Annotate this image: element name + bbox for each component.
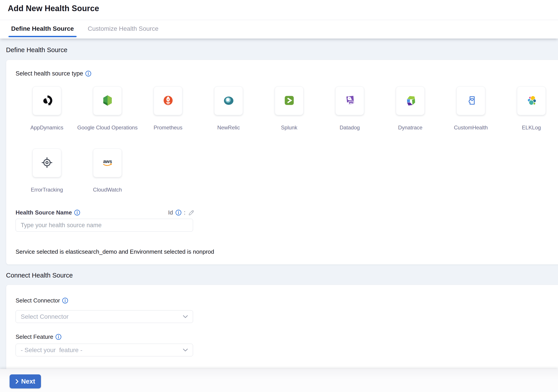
tab-define-health-source[interactable]: Define Health Source — [9, 20, 77, 37]
source-tile-appdynamics[interactable] — [33, 87, 61, 115]
source-tile-newrelic[interactable] — [214, 87, 243, 115]
id-label: Id — [168, 209, 173, 216]
connector-label-row: Select Connector — [16, 297, 68, 304]
select-type-info-icon[interactable] — [85, 70, 92, 77]
cloudwatch-icon: aws — [100, 155, 115, 171]
source-label: NewRelic — [217, 124, 240, 131]
splunk-icon — [282, 93, 297, 109]
source-item-newrelic: NewRelic — [214, 87, 243, 115]
source-label: CloudWatch — [93, 187, 122, 193]
chevron-right-icon — [15, 379, 19, 384]
top-bar: Add New Health Source Define Health Sour… — [0, 0, 558, 39]
source-label: Datadog — [340, 124, 360, 131]
id-info-icon[interactable] — [175, 209, 182, 216]
name-label-row: Health Source Name — [16, 209, 80, 216]
source-label: CustomHealth — [454, 124, 488, 131]
tab-customize-health-source[interactable]: Customize Health Source — [85, 20, 161, 37]
chevron-down-icon — [183, 315, 188, 318]
source-item-customhealth: CustomHealth — [456, 87, 485, 115]
name-info-icon[interactable] — [74, 209, 80, 216]
source-label: ErrorTracking — [31, 187, 63, 193]
select-connector-label: Select Connector — [16, 297, 60, 304]
connect-health-source-card: Select Connector Select Connector Select… — [6, 285, 558, 369]
source-item-errortracking: ErrorTracking — [33, 148, 61, 177]
errortracking-icon — [39, 155, 54, 171]
source-tile-gco[interactable] — [93, 87, 122, 115]
connect-section-heading: Connect Health Source — [6, 272, 73, 279]
source-tile-customhealth[interactable] — [456, 87, 485, 115]
source-item-cloudwatch: awsCloudWatch — [93, 148, 122, 177]
id-separator: : — [184, 209, 185, 216]
customhealth-icon — [463, 93, 479, 109]
source-label: Prometheus — [154, 124, 182, 131]
source-label: Dynatrace — [398, 124, 422, 131]
appdynamics-icon — [39, 93, 54, 109]
source-item-splunk: Splunk — [275, 87, 304, 115]
source-tile-errortracking[interactable] — [33, 148, 61, 177]
chevron-down-icon — [183, 348, 188, 352]
health-source-name-label: Health Source Name — [16, 209, 72, 216]
service-environment-note: Service selected is elasticsearch_demo a… — [16, 248, 214, 255]
prometheus-icon — [161, 93, 176, 109]
health-source-name-input[interactable] — [16, 219, 193, 232]
source-tile-prometheus[interactable] — [154, 87, 182, 115]
source-item-elklog: ELKLog — [517, 87, 546, 115]
next-button[interactable]: Next — [9, 375, 41, 388]
feature-dropdown[interactable]: - Select your feature - — [16, 344, 193, 356]
source-item-gco: Google Cloud Operations — [93, 87, 122, 115]
select-feature-label: Select Feature — [16, 333, 53, 340]
id-group: Id : — [168, 209, 195, 216]
source-label: Splunk — [281, 124, 297, 131]
datadog-icon — [342, 93, 357, 109]
feature-dropdown-placeholder: - Select your feature - — [21, 347, 183, 354]
elklog-icon — [524, 93, 539, 109]
source-tile-datadog[interactable] — [335, 87, 364, 115]
newrelic-icon — [221, 93, 236, 109]
define-section-heading: Define Health Source — [6, 46, 68, 54]
gco-icon — [100, 93, 115, 109]
source-tile-elklog[interactable] — [517, 87, 546, 115]
svg-text:aws: aws — [103, 158, 112, 164]
source-item-appdynamics: AppDynamics — [33, 87, 61, 115]
footer-bar: Next — [0, 369, 558, 392]
source-item-prometheus: Prometheus — [154, 87, 182, 115]
health-source-grid: AppDynamicsGoogle Cloud OperationsPromet… — [33, 87, 551, 177]
define-health-source-card: Select health source type AppDynamicsGoo… — [6, 60, 558, 265]
connector-dropdown[interactable]: Select Connector — [16, 310, 193, 323]
add-health-source-page: Add New Health Source Define Health Sour… — [0, 0, 558, 392]
source-item-datadog: Datadog — [335, 87, 364, 115]
select-type-label-row: Select health source type — [16, 70, 92, 77]
source-tile-cloudwatch[interactable]: aws — [93, 148, 122, 177]
source-label: Google Cloud Operations — [77, 124, 138, 131]
edit-id-pencil-icon[interactable] — [188, 209, 195, 216]
page-title: Add New Health Source — [8, 4, 99, 13]
feature-info-icon[interactable] — [55, 334, 62, 340]
source-label: ELKLog — [522, 124, 541, 131]
source-label: AppDynamics — [30, 124, 63, 131]
dynatrace-icon — [403, 93, 418, 109]
source-tile-dynatrace[interactable] — [396, 87, 425, 115]
source-item-dynatrace: Dynatrace — [396, 87, 425, 115]
select-type-label: Select health source type — [16, 70, 83, 77]
next-button-label: Next — [21, 378, 35, 385]
feature-label-row: Select Feature — [16, 333, 62, 340]
source-tile-splunk[interactable] — [275, 87, 304, 115]
tab-bar: Define Health Source Customize Health So… — [0, 20, 558, 39]
connector-dropdown-placeholder: Select Connector — [21, 313, 183, 320]
connector-info-icon[interactable] — [62, 297, 68, 304]
